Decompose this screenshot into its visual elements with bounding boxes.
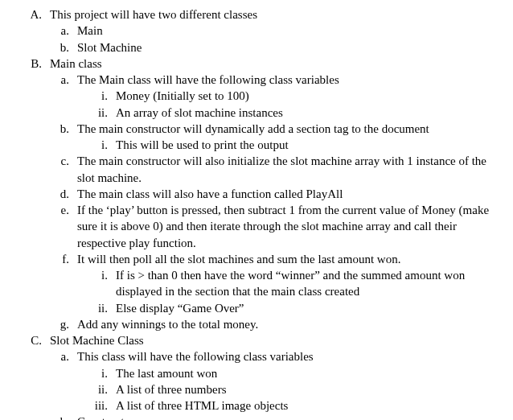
- outline-item: f.It will then poll all the slot machine…: [53, 251, 503, 267]
- item-text: This will be used to print the output: [116, 137, 503, 153]
- item-marker: g.: [53, 316, 77, 332]
- item-text: If the ‘play’ button is pressed, then su…: [77, 202, 503, 251]
- item-text: Slot Machine Class: [50, 332, 503, 348]
- item-text: Main: [77, 23, 503, 39]
- outline-item: a.Main: [53, 23, 503, 39]
- outline-item: A.This project will have two different c…: [24, 6, 503, 23]
- item-marker: b.: [53, 414, 77, 420]
- outline-item: b.Slot Machine: [53, 39, 503, 56]
- outline-item: iii.A list of three HTML image objects: [88, 397, 503, 414]
- outline-item: ii.An array of slot machine instances: [88, 105, 503, 121]
- outline-item: i.This will be used to print the output: [88, 137, 503, 153]
- outline-item: ii.A list of three numbers: [88, 381, 503, 397]
- item-text: A list of three HTML image objects: [116, 397, 503, 414]
- item-marker: i.: [88, 137, 116, 153]
- item-marker: C.: [24, 332, 50, 348]
- item-marker: b.: [53, 39, 77, 56]
- item-text: Add any winnings to the total money.: [77, 316, 503, 332]
- outline-container: A.This project will have two different c…: [24, 6, 503, 420]
- item-text: If is > than 0 then have the word “winne…: [116, 267, 503, 300]
- item-marker: a.: [53, 72, 77, 88]
- item-text: Main class: [50, 56, 503, 72]
- outline-item: i.If is > than 0 then have the word “win…: [88, 267, 503, 300]
- item-marker: B.: [24, 56, 50, 72]
- item-marker: i.: [88, 267, 116, 300]
- item-text: The main constructor will also initializ…: [77, 153, 503, 186]
- item-marker: i.: [88, 365, 116, 381]
- item-text: Constructor: [77, 414, 503, 420]
- item-text: The main constructor will dynamically ad…: [77, 121, 503, 137]
- outline-item: d.The main class will also have a functi…: [53, 186, 503, 202]
- outline-item: C.Slot Machine Class: [24, 332, 503, 348]
- item-marker: ii.: [88, 300, 116, 316]
- item-marker: b.: [53, 121, 77, 137]
- item-marker: c.: [53, 153, 77, 186]
- item-marker: iii.: [88, 397, 116, 414]
- item-marker: f.: [53, 251, 77, 267]
- item-text: This class will have the following class…: [77, 348, 503, 364]
- item-marker: a.: [53, 348, 77, 364]
- item-text: This project will have two different cla…: [50, 6, 503, 23]
- outline-item: c.The main constructor will also initial…: [53, 153, 503, 186]
- item-text: A list of three numbers: [116, 381, 503, 397]
- item-marker: e.: [53, 202, 77, 251]
- outline-item: g.Add any winnings to the total money.: [53, 316, 503, 332]
- item-text: The main class will also have a function…: [77, 186, 503, 202]
- outline-item: b.The main constructor will dynamically …: [53, 121, 503, 137]
- outline-item: e.If the ‘play’ button is pressed, then …: [53, 202, 503, 251]
- item-marker: i.: [88, 88, 116, 104]
- item-text: An array of slot machine instances: [116, 105, 503, 121]
- item-text: The Main class will have the following c…: [77, 72, 503, 88]
- item-marker: a.: [53, 23, 77, 39]
- item-text: The last amount won: [116, 365, 503, 381]
- outline-item: b.Constructor: [53, 414, 503, 420]
- outline-item: i.The last amount won: [88, 365, 503, 381]
- item-marker: A.: [24, 6, 50, 23]
- outline-item: B.Main class: [24, 56, 503, 72]
- item-text: It will then poll all the slot machines …: [77, 251, 503, 267]
- item-text: Else display “Game Over”: [116, 300, 503, 316]
- outline-item: a.This class will have the following cla…: [53, 348, 503, 364]
- item-marker: d.: [53, 186, 77, 202]
- outline-item: a.The Main class will have the following…: [53, 72, 503, 88]
- item-marker: ii.: [88, 381, 116, 397]
- outline-item: i.Money (Initially set to 100): [88, 88, 503, 104]
- outline-item: ii.Else display “Game Over”: [88, 300, 503, 316]
- item-marker: ii.: [88, 105, 116, 121]
- item-text: Money (Initially set to 100): [116, 88, 503, 104]
- item-text: Slot Machine: [77, 39, 503, 56]
